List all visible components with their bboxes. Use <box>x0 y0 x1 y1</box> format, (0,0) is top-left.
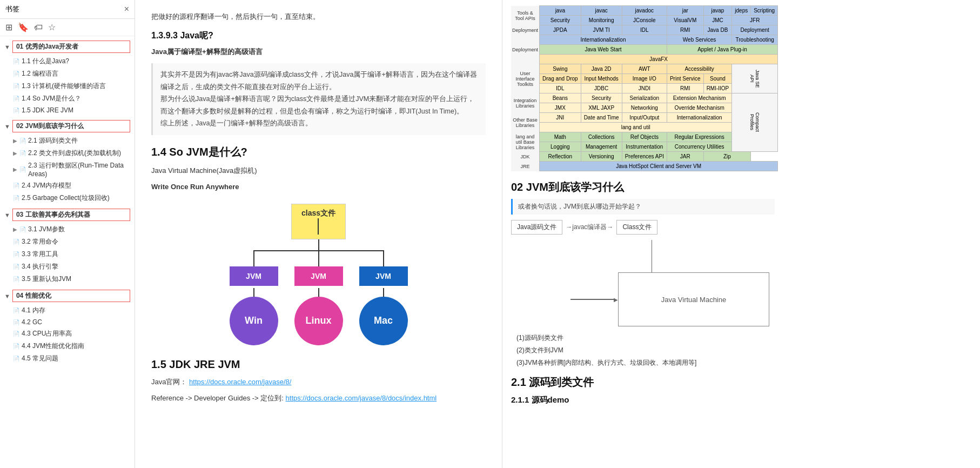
cell-prefapi: Preferences API <box>622 152 667 162</box>
cell-jar2: JAR <box>667 152 703 162</box>
mac-circle: Mac <box>359 297 408 345</box>
cell-hotspot: Java HotSpot Client and Server VM <box>540 162 778 171</box>
item-label-2-5: 2.5 Garbage Collect(垃圾回收) <box>22 193 110 203</box>
sidebar-section-04[interactable]: ▼ 04 性能优化 <box>0 288 135 304</box>
deploy-tools-label: Deployment <box>511 25 540 35</box>
sidebar-item-2-4[interactable]: 📄 2.4 JVM内存模型 <box>0 179 135 192</box>
sidebar-item-1-3[interactable]: 📄 1.3 计算机(硬件能够懂的语言 <box>0 80 135 92</box>
sidebar-item-4-1[interactable]: 📄 4.1 内存 <box>0 304 135 317</box>
expand-icon-04: ▼ <box>4 293 10 299</box>
sidebar-item-3-3[interactable]: 📄 3.3 常用工具 <box>0 248 135 260</box>
cell-javafx: JavaFX <box>540 55 778 64</box>
item-label-1-5: 1.5 JDK JRE JVM <box>22 106 73 114</box>
sidebar-item-1-5[interactable]: 📄 1.5 JDK JRE JVM <box>0 105 135 116</box>
sidebar-item-1-2[interactable]: 📄 1.2 编程语言 <box>0 68 135 80</box>
p-15-1: Java官网： https://docs.oracle.com/javase/8… <box>151 376 486 388</box>
cell-jmc: JMC <box>703 16 732 25</box>
sidebar-item-3-5[interactable]: 📄 3.5 重新认知JVM <box>0 273 135 285</box>
cell-monitoring: Monitoring <box>581 16 622 25</box>
cell-regex: Regular Expressions <box>667 132 731 142</box>
ui-toolkit-label: User Interface Toolkits <box>511 64 540 93</box>
expand-icon-3-1: ▶ <box>13 226 17 232</box>
sidebar-item-4-4[interactable]: 📄 4.4 JVM性能优化指南 <box>0 340 135 352</box>
java-se-table: Tools &Tool APIs java javac javadoc jar … <box>511 5 778 171</box>
p-14-2: Write Once Run Anywhere <box>151 181 486 193</box>
item-label-1-3: 1.3 计算机(硬件能够懂的语言 <box>22 82 106 91</box>
cell-security: Security <box>540 16 581 25</box>
sidebar-title: 书签 <box>5 4 19 14</box>
cell-beans: Beans <box>540 93 581 103</box>
expand-icon-2-1: ▶ <box>13 138 17 144</box>
sidebar-item-2-5[interactable]: 📄 2.5 Garbage Collect(垃圾回收) <box>0 192 135 204</box>
sidebar-section-02[interactable]: ▼ 02 JVM到底该学习什么 <box>0 118 135 135</box>
section-label-02: 02 JVM到底该学习什么 <box>12 120 130 132</box>
sidebar-item-2-2[interactable]: ▶ 📄 2.2 类文件到虚拟机(类加载机制) <box>0 147 135 159</box>
cell-javawebstart: Java Web Start <box>540 45 667 55</box>
cell-javac: javac <box>581 6 622 16</box>
item-label-4-4: 4.4 JVM性能优化指南 <box>22 342 84 351</box>
sidebar-section-03[interactable]: ▼ 03 工欲善其事必先利其器 <box>0 206 135 223</box>
cell-java: java <box>540 6 581 16</box>
item-label-4-3: 4.3 CPU占用率高 <box>22 329 72 338</box>
page-icon-4-2: 📄 <box>13 319 19 325</box>
cell-jconsole: JConsole <box>622 16 667 25</box>
cell-inputmethods: Input Methods <box>581 74 622 84</box>
sidebar-item-3-1[interactable]: ▶ 📄 3.1 JVM参数 <box>0 223 135 236</box>
class-file-box: class文件 <box>291 204 346 239</box>
cell-printservice: Print Service <box>667 74 703 84</box>
sidebar-item-4-2[interactable]: 📄 4.2 GC <box>0 317 135 327</box>
cell-security2: Security <box>581 93 622 103</box>
item-label-1-2: 1.2 编程语言 <box>22 69 58 78</box>
cell-collections: Collections <box>581 132 622 142</box>
sidebar-item-4-5[interactable]: 📄 4.5 常见问题 <box>0 352 135 365</box>
win-label: Win <box>245 315 263 326</box>
sidebar-item-1-1[interactable]: 📄 1.1 什么是Java? <box>0 55 135 68</box>
p-14-1: Java Virtual Machine(Java虚拟机) <box>151 165 486 177</box>
page-icon-3-4: 📄 <box>13 264 19 270</box>
tag-icon[interactable]: 🏷 <box>34 23 43 32</box>
cell-javadb: Java DB <box>703 25 732 35</box>
p-139-1: Java属于编译型+解释型的高级语言 <box>151 46 486 58</box>
sidebar-item-1-4[interactable]: 📄 1.4 So JVM是什么？ <box>0 92 135 105</box>
item-label-2-1: 2.1 源码到类文件 <box>28 136 78 145</box>
sidebar-section-01[interactable]: ▼ 01 优秀的Java开发者 <box>0 38 135 55</box>
close-icon[interactable]: × <box>124 4 129 14</box>
sidebar-item-2-3[interactable]: ▶ 📄 2.3 运行时数据区(Run-Time Data Areas) <box>0 159 135 179</box>
item-label-3-5: 3.5 重新认知JVM <box>22 275 71 284</box>
cell-reflection: Reflection <box>540 152 581 162</box>
section-label-01: 01 优秀的Java开发者 <box>12 41 130 53</box>
section-label-03: 03 工欲善其事必先利其器 <box>12 209 130 221</box>
sidebar-item-2-1[interactable]: ▶ 📄 2.1 源码到类文件 <box>0 135 135 147</box>
flow-arrow-1: →javac编译器→ <box>566 223 613 232</box>
win-circle: Win <box>230 297 278 345</box>
sidebar-item-3-4[interactable]: 📄 3.4 执行引擎 <box>0 260 135 273</box>
jvm-learn-list: (1)源码到类文件 (2)类文件到JVM (3)JVM各种折腾[内部结构、执行方… <box>516 332 775 369</box>
sidebar-item-3-2[interactable]: 📄 3.2 常用命令 <box>0 236 135 248</box>
flow-box-class: Class文件 <box>616 220 657 235</box>
cell-concurrency: Concurrency Utilities <box>667 142 731 152</box>
flow-box-source: Java源码文件 <box>511 220 562 235</box>
cell-logging: Logging <box>540 142 581 152</box>
cell-javap: javap <box>703 6 732 16</box>
cell-jvmti: JVM TI <box>581 25 622 35</box>
cell-langutil: lang and util <box>540 123 732 132</box>
intro-text: 把做好的源程序翻译一句，然后执行一句，直至结束。 <box>151 11 486 23</box>
expand-icon-01: ▼ <box>4 44 10 50</box>
jvm-box-win: JVM <box>230 266 278 286</box>
layout-icon[interactable]: ⊞ <box>5 22 12 32</box>
main-content: 把做好的源程序翻译一句，然后执行一句，直至结束。 1.3.9.3 Java呢? … <box>135 0 502 468</box>
baselibs-label: lang and util Base Libraries <box>511 132 540 152</box>
page-icon-4-4: 📄 <box>13 343 19 349</box>
cell-jndi: JNDI <box>622 84 667 93</box>
cell-jar: jar <box>667 6 703 16</box>
jvm-linux-label: JVM <box>311 272 326 280</box>
link-javase8-docs[interactable]: https://docs.oracle.com/javase/8/docs/in… <box>286 394 437 402</box>
star-icon[interactable]: ☆ <box>48 22 56 32</box>
page-icon-1-3: 📄 <box>13 83 19 89</box>
sidebar-item-4-3[interactable]: 📄 4.3 CPU占用率高 <box>0 327 135 340</box>
cell-math: Math <box>540 132 581 142</box>
item-label-4-5: 4.5 常见问题 <box>22 354 58 363</box>
bookmark-icon[interactable]: 🔖 <box>18 22 29 32</box>
link-javase8[interactable]: https://docs.oracle.com/javase/8/ <box>189 378 291 386</box>
cell-sound: Sound <box>703 74 732 84</box>
